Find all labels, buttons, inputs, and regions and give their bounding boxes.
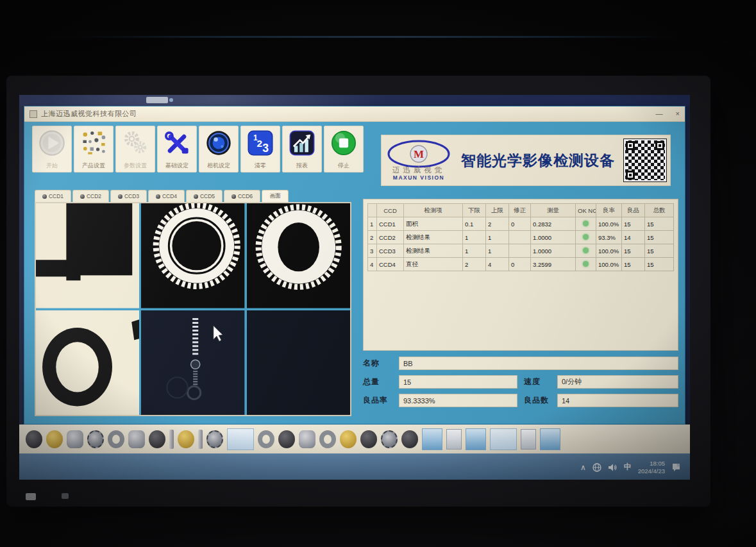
one-two-three-icon: 1 2 3 [246, 129, 274, 157]
speaker-icon[interactable] [608, 463, 617, 472]
tab-ccd6[interactable]: CCD6 [224, 190, 260, 202]
stop-button[interactable]: 停止 [324, 126, 364, 173]
results-table-panel: CCD 检测项 下限 上限 修正 测量 OK NG 良率 良品 总数 [363, 199, 678, 351]
wallpaper-part [227, 428, 254, 450]
start-button[interactable]: 开始 [32, 126, 72, 173]
wallpaper-part [278, 430, 295, 448]
wallpaper-part [67, 430, 83, 448]
maxun-logo: M 迈迅威视觉 MAXUN VISION [385, 139, 452, 182]
desktop-watermark [146, 97, 168, 103]
stop-icon [330, 129, 358, 157]
stats-fields: 名称 BB 总量 15 速度 0/分钟 良品率 93.3333% 良品数 14 [363, 357, 678, 412]
table-row[interactable]: 2CCD2 检测结果1 1 1.0000 93.3%14 15 [368, 231, 674, 244]
yield-label: 良品率 [363, 395, 399, 406]
wallpaper-part [521, 429, 536, 450]
tray-time: 18:05 [638, 460, 665, 467]
toolbar: 开始 产品设置 [32, 126, 364, 173]
wallpaper-part [422, 428, 442, 450]
photo-scene: 上海迈迅威视觉科技有限公司 — × 开始 [0, 0, 756, 547]
tab-all-views[interactable]: 画面 [262, 190, 289, 202]
camera-view-ccd5[interactable] [141, 310, 244, 416]
param-settings-button[interactable]: 参数设置 [115, 126, 155, 173]
tray-chevron-icon[interactable]: ∧ [580, 463, 586, 472]
svg-text:MAXUN VISION: MAXUN VISION [393, 174, 444, 181]
wallpaper-part [446, 429, 462, 450]
wallpaper-part [299, 430, 315, 448]
status-ok-dot [583, 261, 589, 267]
basic-settings-button[interactable]: 基础设定 [157, 126, 197, 173]
tab-ccd2[interactable]: CCD2 [72, 190, 109, 202]
camera-view-ccd2[interactable] [141, 203, 244, 308]
parts-icon [80, 129, 108, 157]
speed-input[interactable]: 0/分钟 [557, 375, 678, 389]
camera-settings-button[interactable]: 相机设定 [199, 126, 239, 173]
network-globe-icon[interactable] [592, 463, 601, 472]
window-titlebar: 上海迈迅威视觉科技有限公司 — × [24, 106, 685, 122]
clock[interactable]: 18:05 2024/4/23 [638, 460, 665, 475]
wallpaper-part [26, 430, 42, 448]
wallpaper-part [206, 430, 223, 448]
close-button[interactable]: × [676, 110, 680, 117]
tray-date: 2024/4/23 [638, 467, 665, 475]
report-button[interactable]: 报表 [282, 126, 322, 173]
tools-icon [163, 129, 191, 157]
product-settings-button[interactable]: 产品设置 [74, 126, 113, 173]
wallpaper-part [198, 430, 203, 449]
good-count-input[interactable]: 14 [557, 394, 678, 407]
name-label: 名称 [363, 358, 399, 369]
total-input[interactable]: 15 [399, 375, 517, 389]
brand-headline: 智能光学影像检测设备 [452, 151, 624, 171]
wallpaper-part [540, 428, 560, 450]
chart-icon [288, 129, 316, 157]
wallpaper-part [466, 428, 486, 450]
tab-ccd3[interactable]: CCD3 [110, 190, 147, 202]
yield-input[interactable]: 93.3333% [399, 394, 517, 407]
tab-ccd1[interactable]: CCD1 [35, 190, 71, 202]
results-table: CCD 检测项 下限 上限 修正 测量 OK NG 良率 良品 总数 [367, 203, 674, 271]
wallpaper-part [87, 430, 104, 448]
table-header-row: CCD 检测项 下限 上限 修正 测量 OK NG 良率 良品 总数 [368, 204, 674, 217]
app-window: 上海迈迅威视觉科技有限公司 — × 开始 [24, 106, 685, 425]
notification-center-icon[interactable] [671, 462, 681, 472]
system-tray: ∧ 中 18:05 2024/4/23 [580, 454, 681, 480]
tab-ccd4[interactable]: CCD4 [148, 190, 185, 202]
camera-icon [42, 194, 47, 199]
table-row[interactable]: 4CCD4 直径2 40 3.2599 100.0%15 15 [368, 258, 674, 271]
good-count-label: 良品数 [524, 395, 557, 406]
wallpaper-part [340, 430, 357, 448]
tab-ccd5[interactable]: CCD5 [186, 190, 223, 202]
ime-indicator[interactable]: 中 [624, 462, 632, 473]
camera-lens-icon [205, 129, 233, 157]
clear-button[interactable]: 1 2 3 清零 [240, 126, 280, 173]
monitor-power-button [62, 493, 69, 499]
table-row[interactable]: 1CCD1 面积0.1 20 0.2832 100.0%15 15 [368, 217, 674, 231]
wallpaper-part [149, 430, 165, 448]
minimize-button[interactable]: — [656, 110, 663, 117]
wallpaper-part [360, 430, 377, 448]
app-icon [29, 110, 37, 118]
table-row[interactable]: 3CCD3 检测结果1 1 1.0000 100.0%15 15 [368, 244, 674, 258]
svg-text:迈迅威视觉: 迈迅威视觉 [392, 166, 446, 174]
wallpaper-part [46, 430, 63, 448]
camera-view-ccd6[interactable] [247, 310, 350, 416]
wallpaper-part [319, 430, 336, 448]
brand-panel: M 迈迅威视觉 MAXUN VISION 智能光学影像检测设备 [381, 135, 671, 186]
svg-text:2: 2 [257, 138, 263, 149]
camera-view-ccd3[interactable] [247, 203, 350, 308]
name-input[interactable]: BB [399, 357, 678, 370]
status-ok-dot [583, 234, 589, 240]
camera-icon [80, 194, 85, 199]
monitor-bezel: 上海迈迅威视觉科技有限公司 — × 开始 [6, 76, 710, 507]
camera-panel: CCD1 CCD2 CCD3 CCD4 CCD5 CCD6 画面 [35, 190, 351, 416]
camera-icon [194, 194, 198, 199]
wallpaper-part [258, 430, 274, 448]
desktop-wallpaper-strip [19, 425, 690, 453]
monitor-top-reflection [77, 36, 666, 38]
svg-text:3: 3 [262, 142, 269, 155]
wallpaper-part [169, 430, 174, 449]
gears-icon [121, 129, 149, 157]
camera-view-ccd1[interactable] [36, 203, 139, 308]
taskbar: ∧ 中 18:05 2024/4/23 [19, 453, 690, 480]
camera-view-ccd4[interactable] [36, 310, 139, 416]
total-label: 总量 [363, 376, 399, 387]
